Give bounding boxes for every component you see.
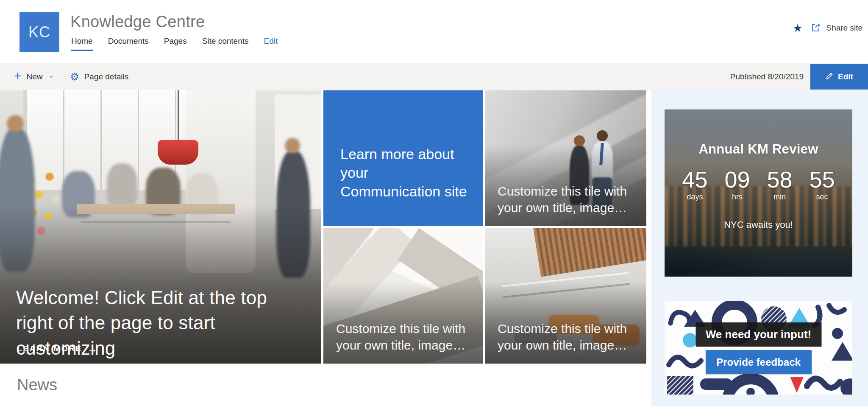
nav-item-site-contents[interactable]: Site contents: [202, 36, 249, 51]
feedback-title: We need your input!: [706, 328, 811, 341]
nav-item-documents[interactable]: Documents: [108, 36, 149, 51]
countdown-unit-hrs: 09 hrs: [724, 168, 750, 202]
countdown-unit-sec: 55 sec: [810, 168, 835, 202]
site-logo-text: KC: [28, 23, 50, 41]
site-logo[interactable]: KC: [19, 12, 59, 52]
command-bar-left: + New ⌄ ⚙ Page details: [14, 63, 128, 90]
plus-icon: +: [14, 70, 22, 82]
hero-tile-bottom-right[interactable]: Customize this tile with your own title,…: [485, 228, 646, 364]
new-button[interactable]: New: [27, 72, 43, 81]
nav-item-pages[interactable]: Pages: [164, 36, 187, 51]
hero-tile-learn-more[interactable]: Learn more about your Communication site: [323, 90, 483, 226]
hero-tile-caption: Customize this tile with your own title,…: [336, 320, 477, 353]
countdown-label: days: [682, 193, 707, 202]
command-bar: + New ⌄ ⚙ Page details Published 8/20/20…: [0, 63, 868, 90]
hero-tile-bottom-middle[interactable]: Customize this tile with your own title,…: [323, 228, 483, 364]
feedback-pattern-graphic: [665, 301, 852, 395]
gear-icon: ⚙: [70, 72, 79, 82]
countdown-label: min: [767, 193, 793, 202]
site-header: KC Knowledge Centre Home Documents Pages…: [0, 0, 868, 63]
page-details-button[interactable]: Page details: [84, 72, 129, 81]
learn-more-label: LEARN MORE: [17, 344, 82, 353]
news-section-heading: News: [17, 376, 57, 394]
countdown-value: 55: [810, 168, 835, 191]
edit-page-button[interactable]: Edit: [810, 64, 868, 90]
provide-feedback-label: Provide feedback: [716, 356, 801, 368]
feedback-webpart: We need your input! Provide feedback: [665, 301, 852, 395]
countdown-label: sec: [810, 193, 835, 202]
header-actions: ★ Share site: [793, 22, 862, 34]
arrow-right-icon: →: [87, 343, 97, 355]
hero-tile-caption: Customize this tile with your own title,…: [498, 320, 638, 353]
countdown-value: 09: [724, 168, 750, 191]
nav-item-home[interactable]: Home: [71, 36, 93, 51]
countdown-webpart: Annual KM Review 45 days 09 hrs 58 min: [665, 109, 852, 277]
nav-item-edit[interactable]: Edit: [264, 36, 278, 51]
share-icon: [811, 22, 822, 34]
sidebar-column: Annual KM Review 45 days 09 hrs 58 min: [651, 90, 868, 406]
sharepoint-communication-site: KC Knowledge Centre Home Documents Pages…: [0, 0, 868, 406]
countdown-unit-min: 58 min: [767, 168, 793, 202]
share-site-label: Share site: [826, 23, 862, 33]
countdown-content: Annual KM Review 45 days 09 hrs 58 min: [665, 109, 852, 277]
provide-feedback-button[interactable]: Provide feedback: [706, 350, 812, 374]
share-site-button[interactable]: Share site: [811, 22, 862, 34]
pencil-icon: [825, 72, 834, 82]
hero-tile-learn-more-title: Learn more about your Communication site: [340, 145, 472, 201]
countdown-caption: NYC awaits you!: [665, 219, 852, 230]
feedback-title-banner: We need your input!: [696, 322, 821, 347]
learn-more-link[interactable]: LEARN MORE →: [17, 343, 97, 355]
countdown-units: 45 days 09 hrs 58 min 55 sec: [665, 168, 852, 202]
command-bar-right: Published 8/20/2019 Edit: [730, 63, 868, 90]
hero-main-tile[interactable]: Welcome! Click Edit at the top right of …: [0, 90, 321, 364]
countdown-title: Annual KM Review: [665, 142, 852, 157]
page-title: Knowledge Centre: [70, 13, 205, 31]
edit-page-button-label: Edit: [838, 72, 853, 81]
countdown-unit-days: 45 days: [682, 168, 707, 202]
hero-tile-top-right[interactable]: Customize this tile with your own title,…: [485, 90, 646, 226]
hero-tile-caption: Customize this tile with your own title,…: [498, 183, 638, 216]
published-status: Published 8/20/2019: [730, 72, 804, 81]
countdown-value: 58: [767, 168, 793, 191]
chevron-down-icon[interactable]: ⌄: [49, 72, 54, 79]
countdown-value: 45: [682, 168, 707, 191]
countdown-label: hrs: [724, 193, 750, 202]
follow-star-icon[interactable]: ★: [793, 22, 802, 34]
site-navigation: Home Documents Pages Site contents Edit: [71, 36, 278, 51]
